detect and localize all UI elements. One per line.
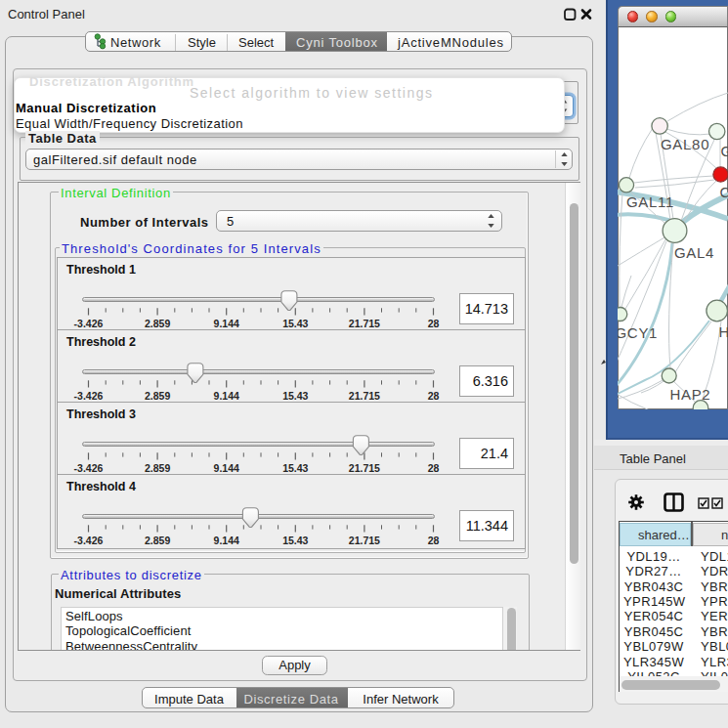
svg-text:HAP2: HAP2 bbox=[669, 386, 710, 403]
svg-text:GA: GA bbox=[721, 143, 728, 159]
svg-text:GAL11: GAL11 bbox=[626, 193, 674, 210]
svg-text:C: C bbox=[719, 184, 728, 200]
svg-text:GAL80: GAL80 bbox=[661, 136, 709, 152]
svg-text:GAL4: GAL4 bbox=[674, 244, 714, 261]
svg-text:H: H bbox=[719, 323, 728, 340]
svg-text:GCY1: GCY1 bbox=[618, 324, 658, 341]
